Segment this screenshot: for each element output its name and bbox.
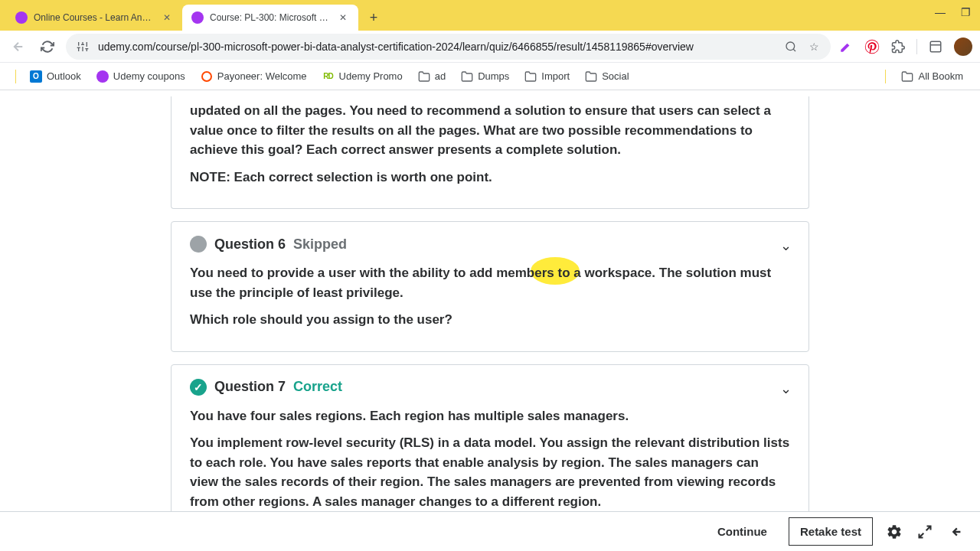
svg-point-9 <box>786 42 795 51</box>
outlook-icon: O <box>30 70 42 83</box>
question-card-7[interactable]: Question 7 Correct ⌄ You have four sales… <box>171 364 809 512</box>
question-text: You have four sales regions. Each region… <box>190 406 790 426</box>
question-text: updated on all the pages. You need to re… <box>190 101 790 160</box>
star-icon[interactable]: ☆ <box>806 39 822 54</box>
folder-icon <box>418 70 430 83</box>
back-button[interactable] <box>8 36 29 57</box>
all-bookmarks[interactable]: All Bookm <box>895 67 969 86</box>
address-bar[interactable]: udemy.com/course/pl-300-microsoft-power-… <box>66 34 831 60</box>
expand-icon[interactable] <box>916 523 934 541</box>
continue-button[interactable]: Continue <box>708 519 776 544</box>
zoom-icon[interactable] <box>783 39 799 54</box>
extensions-icon[interactable] <box>890 39 906 54</box>
status-dot-correct-icon <box>190 379 207 396</box>
browser-tab-strip: Online Courses - Learn Anythin ✕ Course:… <box>0 0 980 31</box>
bookmark-folder-social[interactable]: Social <box>579 67 635 86</box>
udemy-favicon <box>191 11 204 24</box>
question-header: Question 6 Skipped ⌄ <box>190 236 790 253</box>
folder-icon <box>901 70 913 83</box>
browser-tab-active[interactable]: Course: PL-300: Microsoft Powe ✕ <box>182 5 358 31</box>
question-card-5[interactable]: updated on all the pages. You need to re… <box>171 96 809 209</box>
question-text: You implement row-level security (RLS) i… <box>190 433 790 511</box>
retake-test-button[interactable]: Retake test <box>789 517 873 546</box>
bookmarks-bar: O Outlook Udemy coupons Payoneer: Welcom… <box>0 63 980 90</box>
collapse-arrow-icon[interactable] <box>946 523 965 541</box>
question-header: Question 7 Correct ⌄ <box>190 379 790 396</box>
question-note: NOTE: Each correct selection is worth on… <box>190 168 790 187</box>
tab-title: Course: PL-300: Microsoft Powe <box>210 12 331 23</box>
folder-icon <box>461 70 473 83</box>
tab-title: Online Courses - Learn Anythin <box>34 12 155 23</box>
bookmark-udemy-promo[interactable]: RD Udemy Promo <box>316 67 409 86</box>
minimize-icon[interactable]: — <box>935 6 946 18</box>
bookmark-folder-import[interactable]: Import <box>518 67 576 86</box>
close-icon[interactable]: ✕ <box>337 11 349 24</box>
window-controls: — ❐ <box>935 6 971 18</box>
gear-icon[interactable] <box>885 523 903 541</box>
reload-button[interactable] <box>37 36 58 57</box>
udemy-icon <box>96 70 109 83</box>
profile-avatar[interactable] <box>954 37 972 56</box>
svg-line-10 <box>793 49 795 51</box>
payoneer-icon <box>201 70 213 83</box>
close-icon[interactable]: ✕ <box>161 11 173 24</box>
bookmark-folder-ad[interactable]: ad <box>412 67 452 86</box>
bookmark-label: ad <box>435 70 446 82</box>
bookmark-label: Udemy coupons <box>113 70 185 82</box>
toolbar-right <box>838 37 972 56</box>
bookmark-outlook[interactable]: O Outlook <box>24 67 87 86</box>
bookmark-udemy-coupons[interactable]: Udemy coupons <box>90 67 191 86</box>
site-settings-icon[interactable] <box>75 39 90 54</box>
bookmark-label: Udemy Promo <box>339 70 403 82</box>
question-body: You have four sales regions. Each region… <box>190 406 790 512</box>
maximize-icon[interactable]: ❐ <box>961 6 971 18</box>
divider <box>15 70 16 83</box>
svg-rect-12 <box>930 41 941 52</box>
question-status: Skipped <box>293 236 347 253</box>
folder-icon <box>524 70 537 83</box>
question-status: Correct <box>293 379 342 395</box>
bookmark-label: Import <box>541 70 570 82</box>
question-title: Question 6 <box>214 236 286 253</box>
promo-icon: RD <box>322 70 335 83</box>
question-text: You need to provide a user with the abil… <box>190 263 790 302</box>
browser-tab-inactive[interactable]: Online Courses - Learn Anythin ✕ <box>6 5 182 31</box>
bookmark-folder-dumps[interactable]: Dumps <box>455 67 515 86</box>
bookmarks-overflow: All Bookm <box>880 67 969 86</box>
question-body: You need to provide a user with the abil… <box>190 263 790 330</box>
bookmark-label: All Bookm <box>918 70 963 82</box>
question-body: updated on all the pages. You need to re… <box>190 101 790 187</box>
side-panel-icon[interactable] <box>928 39 943 54</box>
divider <box>916 39 917 54</box>
new-tab-button[interactable]: + <box>363 7 384 28</box>
folder-icon <box>585 70 597 83</box>
chevron-down-icon[interactable]: ⌄ <box>780 380 792 397</box>
question-title: Question 7 <box>214 379 286 395</box>
quiz-footer-bar: Continue Retake test <box>0 511 980 551</box>
browser-toolbar: udemy.com/course/pl-300-microsoft-power-… <box>0 31 980 63</box>
status-dot-skipped-icon <box>190 236 207 253</box>
quiz-results-content: updated on all the pages. You need to re… <box>0 90 980 511</box>
udemy-favicon <box>15 11 28 24</box>
chevron-down-icon[interactable]: ⌄ <box>780 237 792 254</box>
url-text: udemy.com/course/pl-300-microsoft-power-… <box>98 41 776 53</box>
question-prompt: Which role should you assign to the user… <box>190 310 790 330</box>
divider <box>885 70 886 83</box>
bookmark-label: Payoneer: Welcome <box>217 70 307 82</box>
extension-pen-icon[interactable] <box>838 39 854 54</box>
bookmark-payoneer[interactable]: Payoneer: Welcome <box>194 67 313 86</box>
question-card-6[interactable]: Question 6 Skipped ⌄ You need to provide… <box>171 221 809 352</box>
bookmark-label: Dumps <box>478 70 509 82</box>
bookmark-label: Outlook <box>47 70 81 82</box>
bookmark-label: Social <box>602 70 629 82</box>
pinterest-icon[interactable] <box>864 39 880 54</box>
